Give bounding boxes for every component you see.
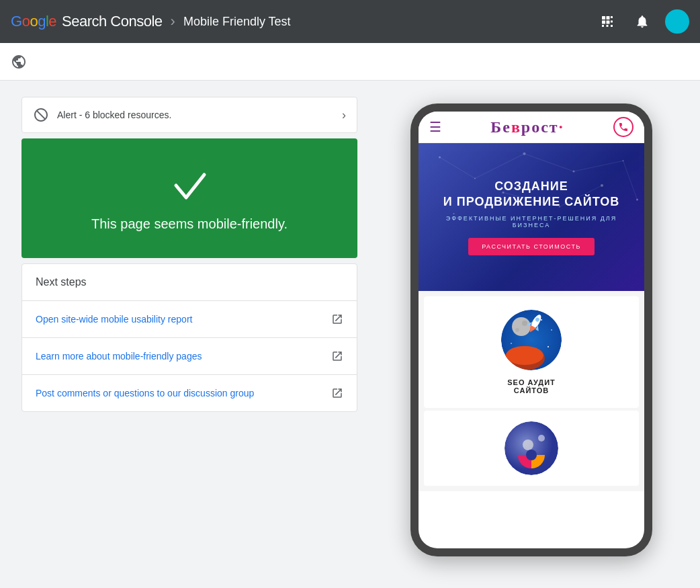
svg-rect-5	[611, 21, 613, 23]
svg-rect-7	[607, 25, 609, 27]
external-link-icon-2	[331, 350, 343, 362]
svg-line-23	[623, 161, 638, 200]
svg-point-39	[511, 343, 512, 344]
svg-point-44	[526, 450, 537, 460]
svg-point-43	[538, 435, 545, 442]
svg-line-19	[440, 157, 476, 179]
svg-rect-8	[611, 25, 613, 27]
phone-call-icon	[618, 122, 629, 132]
hero-cta-button[interactable]: РАССЧИТАТЬ СТОИМОСТЬ	[468, 238, 595, 255]
svg-rect-1	[607, 16, 610, 19]
svg-rect-0	[602, 16, 605, 19]
svg-rect-2	[611, 16, 613, 18]
hero-constellation	[419, 143, 644, 284]
app-header: Google Search Console › Mobile Friendly …	[0, 0, 700, 43]
svg-point-30	[522, 321, 527, 326]
mobile-friendly-pages-link[interactable]: Learn more about mobile-friendly pages	[22, 338, 357, 375]
svg-point-29	[512, 317, 531, 336]
svg-point-38	[551, 329, 552, 331]
svg-rect-6	[602, 25, 604, 27]
language-selector[interactable]	[11, 54, 27, 70]
main-content: Alert - 6 blocked resources. › This page…	[0, 81, 700, 573]
hero-subtitle: ЭФФЕКТИВНЫЕ ИНТЕРНЕТ-РЕШЕНИЯ ДЛЯ БИЗНЕСА	[432, 215, 631, 228]
svg-point-42	[523, 439, 533, 450]
mobile-usability-report-link[interactable]: Open site-wide mobile usability report	[22, 301, 357, 338]
brand-logo: Google Search Console	[11, 13, 163, 30]
phone-card-2	[424, 411, 639, 486]
hero-title: СОЗДАНИЕИ ПРОДВИЖЕНИЕ САЙТОВ	[443, 179, 619, 210]
notifications-button[interactable]	[630, 9, 654, 34]
external-link-icon-1	[331, 313, 343, 325]
phone-contact-icon	[613, 117, 633, 137]
mobile-usability-report-label: Open site-wide mobile usability report	[36, 314, 192, 325]
discussion-group-link[interactable]: Post comments or questions to our discus…	[22, 375, 357, 411]
checkmark-icon	[169, 165, 210, 206]
phone-mockup: ☰ Беврост·	[410, 103, 652, 556]
phone-logo-area: Беврост·	[490, 118, 564, 136]
phone-logo-text: Беврост·	[490, 118, 564, 136]
phone-hero: СОЗДАНИЕИ ПРОДВИЖЕНИЕ САЙТОВ ЭФФЕКТИВНЫЕ…	[419, 143, 644, 291]
seo-card-image	[501, 310, 562, 370]
alert-chevron-icon: ›	[342, 108, 346, 122]
svg-line-20	[475, 154, 525, 179]
discussion-group-label: Post comments or questions to our discus…	[36, 388, 254, 398]
left-panel: Alert - 6 blocked resources. › This page…	[21, 97, 357, 556]
success-box: This page seems mobile-friendly.	[21, 138, 357, 258]
phone-content-area: SEO АУДИТСАЙТОВ	[419, 291, 644, 491]
globe-icon	[11, 54, 27, 70]
page-title: Mobile Friendly Test	[183, 15, 291, 29]
right-panel: ☰ Беврост·	[384, 97, 679, 556]
external-link-icon-3	[331, 387, 343, 399]
seo-illustration	[501, 310, 562, 370]
brand-product-name: Search Console	[62, 13, 163, 30]
phone-card-seo: SEO АУДИТСАЙТОВ	[424, 296, 639, 408]
apps-icon	[601, 15, 614, 28]
svg-point-40	[548, 346, 549, 347]
user-avatar[interactable]	[665, 9, 689, 34]
alert-bar[interactable]: Alert - 6 blocked resources. ›	[21, 97, 357, 133]
mobile-friendly-pages-label: Learn more about mobile-friendly pages	[36, 351, 202, 362]
alert-text: Alert - 6 blocked resources.	[57, 110, 342, 120]
svg-point-15	[453, 213, 454, 214]
phone-screen: ☰ Беврост·	[419, 112, 644, 548]
phone-navbar: ☰ Беврост·	[419, 112, 644, 143]
svg-line-21	[525, 154, 574, 171]
apps-button[interactable]	[595, 9, 619, 34]
header-actions	[595, 9, 689, 34]
bell-icon	[635, 14, 650, 29]
svg-rect-4	[607, 21, 610, 24]
next-steps-heading: Next steps	[22, 264, 357, 301]
success-message: This page seems mobile-friendly.	[91, 216, 288, 232]
svg-point-37	[541, 319, 542, 321]
svg-line-22	[574, 161, 623, 171]
seo-card-title: SEO АУДИТСАЙТОВ	[507, 378, 556, 394]
svg-point-31	[515, 328, 519, 332]
breadcrumb-divider: ›	[171, 13, 175, 30]
card2-image	[505, 421, 558, 475]
card2-illustration	[505, 421, 558, 475]
sub-header	[0, 43, 700, 81]
svg-rect-3	[602, 21, 605, 24]
google-wordmark: Google	[11, 13, 56, 30]
svg-point-28	[506, 346, 543, 365]
next-steps-card: Next steps Open site-wide mobile usabili…	[21, 263, 357, 412]
header-nav: › Mobile Friendly Test	[163, 13, 291, 30]
blocked-resources-icon	[33, 107, 49, 123]
phone-menu-icon: ☰	[429, 119, 441, 135]
